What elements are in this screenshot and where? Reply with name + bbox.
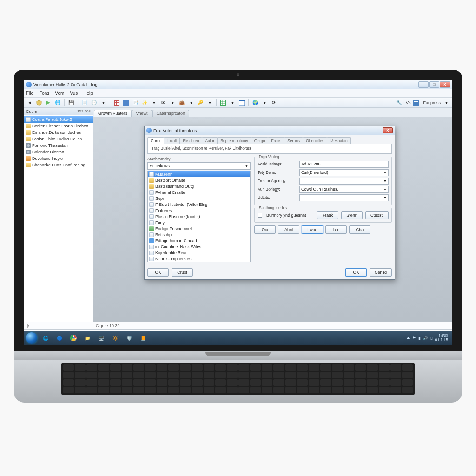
tray-network-icon[interactable]: ▮ (418, 336, 421, 340)
dialog-tab[interactable]: Aubir (202, 137, 218, 144)
tree-item[interactable]: Bolender Riestan (24, 149, 93, 155)
start-button[interactable] (25, 332, 38, 344)
tb-key-icon[interactable]: 🔑 (197, 99, 204, 106)
tb-wand-icon[interactable]: ✨ (141, 99, 148, 106)
list-item[interactable]: Bastsstianfland Outg (148, 183, 250, 189)
tb-doc-icon[interactable]: 📄 (81, 99, 88, 106)
tb-shield-icon[interactable] (35, 99, 43, 106)
tree-item[interactable]: Seriten Eithnet Pharis Fischen (24, 123, 93, 129)
tb-nav-back-icon[interactable]: ◄ (26, 99, 33, 106)
field-input[interactable]: Ad A1 208 (299, 161, 389, 168)
tb-disk-icon[interactable]: 💾 (67, 99, 75, 106)
row-button[interactable]: Frask (317, 211, 338, 219)
tb-dd7-icon[interactable]: ▾ (261, 99, 268, 106)
tb-play-icon[interactable] (45, 99, 52, 106)
action-button-primary[interactable]: Lwod (302, 225, 323, 234)
dialog-tab[interactable]: Frons (268, 137, 284, 144)
dialog-tab[interactable]: Ohenottes (303, 137, 327, 144)
tb-grid-blue-icon[interactable] (122, 99, 130, 106)
category-combo[interactable]: St 1Nkows ▼ (147, 162, 251, 170)
list-item[interactable]: inLCoduheet Nask Wites (148, 244, 250, 250)
list-item[interactable]: Betisohp (148, 231, 250, 238)
items-listbox[interactable]: Muasenrl Bestcort Omalte Bastsstianfland… (147, 171, 251, 262)
tb-dd8-icon[interactable]: ▾ (443, 99, 450, 106)
list-item[interactable]: Endigo Pesmotnriel (148, 225, 250, 231)
tb-mail-icon[interactable]: ✉ (159, 99, 167, 106)
dialog-tab[interactable]: Seruns (284, 137, 303, 144)
taskbar-app8-icon[interactable]: 📙 (137, 332, 150, 344)
row-button[interactable]: Stenrl (341, 211, 363, 219)
dialog-tab[interactable]: Gorur (147, 137, 164, 144)
minimize-button[interactable]: – (418, 81, 429, 88)
field-combo[interactable]: ▼ (299, 178, 389, 185)
list-item[interactable]: F-Busrt fustwiter (Vifter Elng (148, 201, 250, 207)
tray-flag-icon[interactable]: ⚑ (412, 336, 416, 340)
list-item[interactable]: Finfreres (148, 207, 250, 213)
list-item[interactable]: Edtagethomon Cindad (148, 238, 250, 244)
checkbox[interactable] (258, 213, 262, 218)
action-button[interactable]: Cha (349, 225, 370, 234)
taskbar-app6-icon[interactable]: 🔆 (109, 332, 122, 344)
tree-item[interactable]: Lasian Ehire Fudios Holies (24, 136, 93, 142)
tb-dd2-icon[interactable]: ▾ (150, 99, 158, 106)
menu-vom[interactable]: Vom (55, 91, 64, 96)
tree-item[interactable]: Emanue:Dit ta son tluches (24, 129, 93, 136)
menu-fons[interactable]: Fons (39, 91, 49, 96)
maximize-button[interactable]: □ (429, 81, 439, 88)
list-item[interactable]: Supr (148, 195, 250, 201)
main-tab[interactable]: Caternsprcaton (152, 110, 190, 117)
list-item[interactable]: FAhar al Craslte (148, 189, 250, 195)
dialog-tab[interactable]: Beptermoutiony (217, 137, 251, 144)
list-item[interactable]: Muasenrl (148, 171, 250, 177)
row-button[interactable]: Cteostl (365, 211, 389, 219)
close-button[interactable]: X (440, 81, 450, 88)
tb-table-green-icon[interactable] (219, 99, 227, 106)
dialog-tab[interactable]: Blisdoten (179, 137, 202, 144)
dialog-tab[interactable]: Gergn (251, 137, 269, 144)
tray-volume-icon[interactable]: 🔊 (423, 336, 428, 340)
list-item[interactable]: Foey (148, 219, 250, 225)
taskbar-explorer-icon[interactable]: 📁 (81, 332, 94, 344)
tb-dd5-icon[interactable]: ▾ (206, 99, 213, 106)
tb-bag-icon[interactable]: 👜 (178, 99, 185, 106)
main-tab[interactable]: Vhewt (132, 110, 152, 117)
taskbar-app7-icon[interactable]: 🛡️ (123, 332, 136, 344)
tb-web-icon[interactable]: 🌍 (251, 99, 259, 106)
ok-button[interactable]: OK (147, 268, 169, 277)
main-tab[interactable]: Growm Puaters (94, 110, 132, 117)
taskbar-media-icon[interactable]: 🔵 (53, 332, 66, 344)
tb-tools-icon[interactable]: 🔧 (395, 99, 403, 106)
tb-dd6-icon[interactable]: ▾ (229, 99, 236, 106)
pager-prev[interactable]: |‹ (27, 324, 29, 328)
tb-stack-icon[interactable]: 📑 (132, 99, 139, 106)
action-button[interactable]: Loc (325, 225, 347, 234)
tb-table-blue-icon[interactable] (238, 99, 245, 106)
ok-button[interactable]: OK (345, 268, 367, 277)
dialog-tab[interactable]: Mesnaton (327, 137, 350, 144)
tb-clock-icon[interactable]: 🕓 (90, 99, 98, 106)
field-combo[interactable]: Cowd Oun Rasines.▼ (299, 186, 389, 193)
menu-vus[interactable]: Vus (70, 91, 78, 96)
list-item[interactable]: Knjerfonhte Reio (148, 250, 250, 256)
action-button[interactable]: Oia (254, 225, 276, 234)
taskbar-chrome-icon[interactable] (67, 332, 80, 344)
tb-dd3-icon[interactable]: ▾ (169, 99, 176, 106)
list-item[interactable]: Plostic Rasurne (fourtin) (148, 213, 250, 219)
action-button[interactable]: Ahnl (278, 225, 299, 234)
tb-dd4-icon[interactable]: ▾ (187, 99, 195, 106)
tb-globe-icon[interactable]: 🌐 (54, 99, 61, 106)
taskbar-app5-icon[interactable]: 🖥️ (95, 332, 108, 344)
list-item[interactable]: Bestcort Omalte (148, 177, 250, 183)
tb-refresh-icon[interactable]: ⟳ (270, 99, 278, 106)
dialog-close-button[interactable]: X (383, 127, 393, 133)
tree-item[interactable]: Fontoric Thasestan (24, 142, 93, 149)
tb-grid-red-icon[interactable] (113, 99, 120, 106)
cancel-button[interactable]: Censd (370, 268, 392, 277)
cancel-button[interactable]: Crust (172, 268, 193, 277)
tree-item[interactable]: Bhenoske Furts Confurening (24, 162, 93, 168)
tray-expand-icon[interactable] (406, 337, 410, 339)
tray-battery-icon[interactable]: ▯ (430, 336, 433, 340)
taskbar-ie-icon[interactable]: 🌐 (39, 332, 52, 344)
tree-item[interactable]: Develions Inoyle (24, 155, 93, 162)
tray-clock[interactable]: 1d30l 0:t 1-l:5 (435, 334, 448, 342)
